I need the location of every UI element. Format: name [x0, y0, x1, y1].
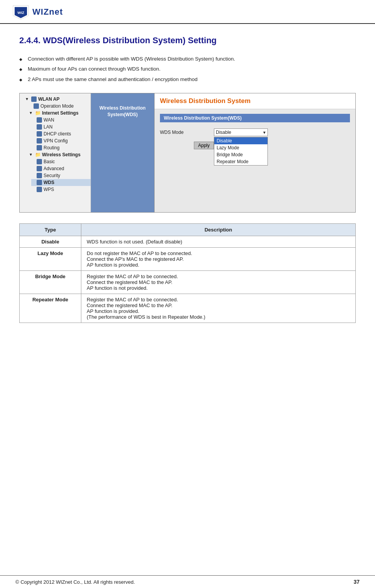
bullet-item-3: 2 APs must use the same channel and auth… — [19, 74, 356, 84]
table-row: Disable WDS function is not used. (Defau… — [20, 236, 356, 247]
table-row: Lazy Mode Do not register the MAC of AP … — [20, 247, 356, 270]
middle-panel-text: Wireless Distribution System(WDS) — [97, 105, 148, 118]
nav-icon-wds — [37, 180, 42, 185]
nav-label-wds: WDS — [44, 180, 54, 185]
nav-item-security[interactable]: Security — [31, 172, 91, 179]
nav-label-wan: WAN — [44, 117, 54, 123]
wds-mode-select[interactable]: Disable ▼ — [214, 128, 268, 136]
apply-button[interactable]: Apply — [194, 142, 214, 149]
nav-icon-wps — [37, 187, 42, 192]
nav-label-routing: Routing — [44, 145, 59, 150]
nav-item-vpn[interactable]: VPN Config — [31, 137, 91, 144]
nav-root: ▼ WLAN AP — [20, 96, 91, 103]
nav-item-wds[interactable]: WDS — [31, 179, 91, 186]
nav-label-advanced: Advanced — [44, 166, 64, 171]
wds-mode-control: Disable ▼ Disable Lazy Mode Bridge Mode … — [214, 128, 268, 136]
nav-icon-op — [34, 103, 39, 109]
desc-bridge: Register the MAC of AP to be connected. … — [81, 270, 356, 294]
nav-label-lan: LAN — [44, 124, 52, 130]
footer-page-number: 37 — [353, 579, 360, 585]
dropdown-item-lazy[interactable]: Lazy Mode — [214, 144, 267, 151]
nav-item-wps[interactable]: WPS — [31, 186, 91, 193]
wds-mode-dropdown: Disable Lazy Mode Bridge Mode Repeater M… — [214, 137, 268, 166]
table-header-row: Type Description — [20, 223, 356, 236]
wds-mode-row: WDS Mode Disable ▼ Disable Lazy Mode — [160, 126, 350, 139]
page-footer: © Copyright 2012 WIZnet Co., Ltd. All ri… — [0, 575, 375, 588]
nav-root-label: WLAN AP — [38, 96, 60, 102]
config-panel: Wireless Distribution System Wireless Di… — [155, 93, 355, 212]
bullet-item-2: Maximum of four APs can connect through … — [19, 64, 356, 74]
type-repeater: Repeater Mode — [20, 294, 81, 323]
dropdown-arrow-icon: ▼ — [262, 130, 266, 134]
nav-item-wan[interactable]: WAN — [31, 117, 91, 123]
nav-label-vpn: VPN Config — [44, 138, 68, 144]
nav-group: Operation Mode ▼ 📁 Internet Settings WAN… — [20, 103, 91, 193]
page-header: WIZ WIZnet — [0, 0, 375, 24]
nav-item-routing[interactable]: Routing — [31, 144, 91, 151]
nav-item-lan[interactable]: LAN — [31, 123, 91, 130]
page-title: 2.4.4. WDS(Wireless Distribution System)… — [19, 35, 356, 46]
config-content: Wireless Distribution System(WDS) WDS Mo… — [155, 109, 355, 154]
main-content: 2.4.4. WDS(Wireless Distribution System)… — [0, 24, 375, 338]
svg-text:WIZ: WIZ — [17, 10, 24, 15]
col-header-type: Type — [20, 223, 81, 236]
nav-icon-dhcp — [37, 131, 42, 137]
desc-lazy: Do not register the MAC of AP to be conn… — [81, 247, 356, 270]
bullet-list: Connection with different AP is possible… — [19, 54, 356, 84]
expand-icon-2: ▼ — [29, 111, 33, 115]
config-header: Wireless Distribution System — [155, 93, 355, 109]
nav-panel: ▼ WLAN AP Operation Mode ▼ 📁 Internet Se… — [20, 93, 91, 212]
nav-icon-wan — [37, 117, 42, 123]
nav-label-security: Security — [44, 173, 60, 178]
desc-disable: WDS function is not used. (Default disab… — [81, 236, 356, 247]
config-header-title: Wireless Distribution System — [160, 97, 251, 105]
nav-icon-vpn — [37, 138, 42, 144]
dropdown-item-repeater[interactable]: Repeater Mode — [214, 158, 267, 165]
footer-copyright: © Copyright 2012 WIZnet Co., Ltd. All ri… — [15, 579, 135, 585]
nav-icon-routing — [37, 145, 42, 150]
select-current-value: Disable — [216, 130, 231, 135]
nav-root-icon — [31, 96, 37, 102]
nav-item-dhcp[interactable]: DHCP clients — [31, 130, 91, 137]
nav-item-operation-mode[interactable]: Operation Mode — [24, 103, 91, 110]
middle-panel: Wireless Distribution System(WDS) — [91, 93, 155, 212]
screenshot-area: ▼ WLAN AP Operation Mode ▼ 📁 Internet Se… — [19, 93, 356, 213]
dropdown-item-disable[interactable]: Disable — [214, 137, 267, 144]
nav-icon-lan — [37, 124, 42, 130]
nav-label-operation-mode: Operation Mode — [40, 103, 74, 109]
nav-label-wps: WPS — [44, 187, 54, 192]
desc-disable-text: WDS function is not used. (Default disab… — [87, 239, 182, 245]
nav-item-advanced[interactable]: Advanced — [31, 165, 91, 172]
nav-label-internet: Internet Settings — [42, 110, 79, 116]
nav-subgroup-wireless: Basic Advanced Security WDS — [24, 158, 91, 193]
expand-icon: ▼ — [25, 97, 29, 101]
table-row: Bridge Mode Register the MAC of AP to be… — [20, 270, 356, 294]
nav-label-dhcp: DHCP clients — [44, 131, 71, 137]
nav-item-internet-settings[interactable]: ▼ 📁 Internet Settings — [24, 110, 91, 117]
wiznet-logo-icon: WIZ — [12, 4, 30, 20]
type-disable: Disable — [20, 236, 81, 247]
description-table: Type Description Disable WDS function is… — [19, 223, 356, 323]
col-header-description: Description — [81, 223, 356, 236]
logo-text: WIZnet — [32, 7, 63, 17]
expand-icon-3: ▼ — [29, 152, 33, 157]
dropdown-item-bridge[interactable]: Bridge Mode — [214, 151, 267, 158]
nav-label-wireless: Wireless Settings — [42, 152, 81, 157]
bullet-item-1: Connection with different AP is possible… — [19, 54, 356, 64]
type-lazy: Lazy Mode — [20, 247, 81, 270]
config-section-title: Wireless Distribution System(WDS) — [160, 114, 350, 122]
logo: WIZ WIZnet — [12, 4, 63, 20]
nav-label-basic: Basic — [44, 159, 55, 164]
nav-icon-advanced — [37, 166, 42, 171]
table-row: Repeater Mode Register the MAC of AP to … — [20, 294, 356, 323]
nav-icon-security — [37, 173, 42, 178]
wds-mode-label: WDS Mode — [160, 130, 214, 135]
nav-item-basic[interactable]: Basic — [31, 158, 91, 165]
type-bridge: Bridge Mode — [20, 270, 81, 294]
desc-repeater: Register the MAC of AP to be connected. … — [81, 294, 356, 323]
nav-subgroup-internet: WAN LAN DHCP clients VPN Config — [24, 117, 91, 151]
nav-folder-internet: 📁 — [35, 110, 40, 116]
nav-folder-wireless: 📁 — [35, 152, 40, 157]
nav-icon-basic — [37, 159, 42, 164]
nav-item-wireless-settings[interactable]: ▼ 📁 Wireless Settings — [24, 151, 91, 158]
